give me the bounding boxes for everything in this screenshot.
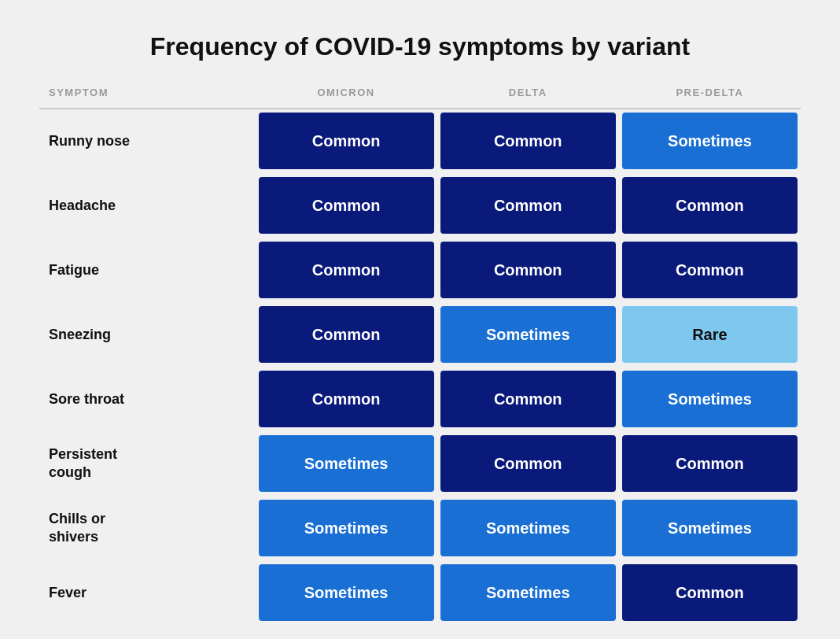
header-omicron: OMICRON [256, 80, 437, 109]
freq-box-predelta: Sometimes [622, 371, 798, 427]
freq-cell-predelta: Common [619, 173, 801, 238]
freq-cell-omicron: Common [256, 302, 437, 367]
table-row: Persistent coughSometimesCommonCommon [39, 431, 801, 496]
table-row: Runny noseCommonCommonSometimes [39, 109, 801, 173]
freq-cell-omicron: Sometimes [256, 560, 437, 625]
table-row: FatigueCommonCommonCommon [39, 238, 801, 302]
page-title: Frequency of COVID-19 symptoms by varian… [39, 31, 801, 61]
table-row: Chills or shiversSometimesSometimesSomet… [39, 496, 801, 560]
freq-box-omicron: Sometimes [259, 500, 434, 556]
symptom-cell: Persistent cough [39, 431, 256, 496]
freq-cell-delta: Common [437, 109, 619, 173]
freq-box-predelta: Common [622, 564, 798, 621]
freq-box-omicron: Common [259, 306, 434, 363]
freq-box-predelta: Rare [622, 306, 798, 363]
symptom-cell: Fatigue [39, 238, 256, 302]
freq-box-predelta: Sometimes [622, 500, 798, 556]
freq-box-omicron: Common [259, 113, 434, 169]
table-row: SneezingCommonSometimesRare [39, 302, 801, 367]
freq-cell-predelta: Sometimes [619, 367, 801, 431]
symptom-cell: Runny nose [39, 109, 256, 173]
table-row: Sore throatCommonCommonSometimes [39, 367, 801, 431]
freq-box-delta: Common [440, 435, 616, 492]
table-row: FeverSometimesSometimesCommon [39, 560, 801, 625]
table-wrapper: SYMPTOM OMICRON DELTA PRE-DELTA Runny no… [39, 80, 801, 626]
freq-cell-delta: Sometimes [437, 560, 619, 625]
freq-box-predelta: Sometimes [622, 113, 798, 169]
freq-cell-predelta: Sometimes [619, 109, 801, 173]
symptom-cell: Fever [39, 560, 256, 625]
freq-box-delta: Common [440, 371, 616, 427]
symptoms-table: SYMPTOM OMICRON DELTA PRE-DELTA Runny no… [39, 80, 801, 626]
freq-cell-predelta: Common [619, 560, 801, 625]
table-row: HeadacheCommonCommonCommon [39, 173, 801, 238]
page-container: Frequency of COVID-19 symptoms by varian… [16, 16, 824, 639]
header-delta: DELTA [437, 80, 619, 109]
freq-cell-omicron: Common [256, 238, 437, 302]
symptom-cell: Chills or shivers [39, 496, 256, 560]
symptom-cell: Sneezing [39, 302, 256, 367]
header-symptom: SYMPTOM [39, 80, 256, 109]
freq-box-omicron: Common [259, 242, 434, 298]
freq-box-delta: Common [440, 242, 616, 298]
freq-cell-predelta: Rare [619, 302, 801, 367]
freq-cell-omicron: Common [256, 173, 437, 238]
freq-box-predelta: Common [622, 242, 798, 298]
freq-cell-predelta: Common [619, 431, 801, 496]
freq-box-omicron: Common [259, 177, 434, 234]
freq-box-omicron: Common [259, 371, 434, 427]
freq-box-omicron: Sometimes [259, 435, 434, 492]
freq-cell-delta: Common [437, 238, 619, 302]
freq-box-delta: Common [440, 177, 616, 234]
symptom-cell: Sore throat [39, 367, 256, 431]
symptom-cell: Headache [39, 173, 256, 238]
freq-cell-delta: Sometimes [437, 302, 619, 367]
header-predelta: PRE-DELTA [619, 80, 801, 109]
freq-cell-delta: Common [437, 173, 619, 238]
freq-box-delta: Sometimes [440, 500, 616, 556]
freq-cell-omicron: Common [256, 367, 437, 431]
freq-cell-omicron: Sometimes [256, 431, 437, 496]
freq-cell-predelta: Common [619, 238, 801, 302]
table-header-row: SYMPTOM OMICRON DELTA PRE-DELTA [39, 80, 801, 109]
freq-cell-delta: Common [437, 367, 619, 431]
freq-box-predelta: Common [622, 177, 798, 234]
freq-box-delta: Sometimes [440, 306, 616, 363]
freq-cell-predelta: Sometimes [619, 496, 801, 560]
freq-cell-omicron: Common [256, 109, 437, 173]
freq-cell-delta: Sometimes [437, 496, 619, 560]
freq-box-predelta: Common [622, 435, 798, 492]
freq-box-omicron: Sometimes [259, 564, 434, 621]
freq-cell-omicron: Sometimes [256, 496, 437, 560]
freq-box-delta: Common [440, 113, 616, 169]
freq-cell-delta: Common [437, 431, 619, 496]
freq-box-delta: Sometimes [440, 564, 616, 621]
